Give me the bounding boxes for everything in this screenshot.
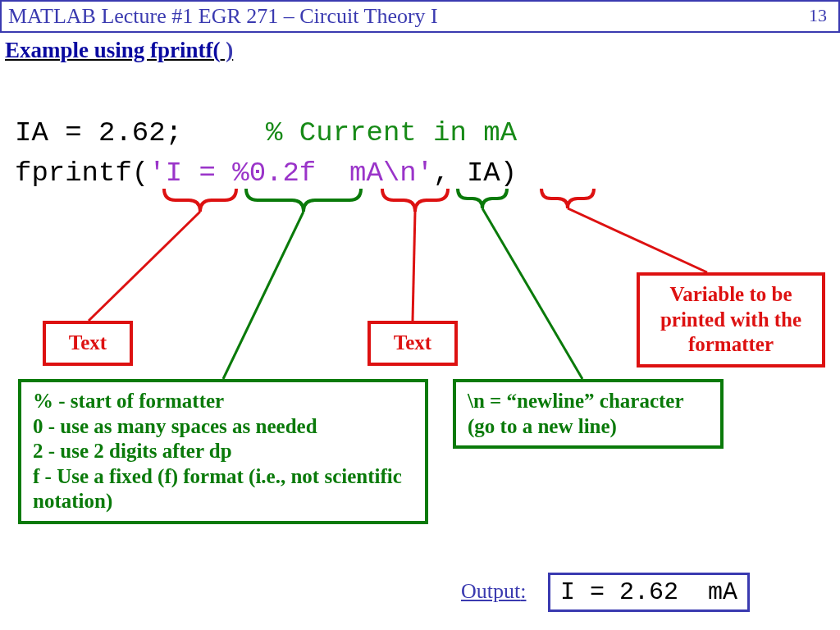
callout-variable: Variable to be printed with the formatte…: [637, 272, 825, 368]
page-number: 13: [809, 5, 827, 26]
callout-formatter-label: % - start of formatter 0 - use as many s…: [33, 390, 402, 512]
svg-line-1: [223, 212, 304, 379]
callout-newline-label: \n = “newline” character (go to a new li…: [468, 390, 683, 437]
title-text: MATLAB Lecture #1 EGR 271 – Circuit Theo…: [8, 4, 438, 29]
output-value: I = 2.62 mA: [560, 578, 737, 606]
code-block: IA = 2.62; % Current in mA fprintf('I = …: [15, 113, 517, 194]
callout-newline: \n = “newline” character (go to a new li…: [453, 379, 724, 449]
callout-text-1-label: Text: [69, 331, 107, 354]
code-l2-string-a: 'I = %0.2f mA: [148, 158, 383, 189]
code-l2-args: , IA): [433, 158, 517, 189]
section-heading: Example using fprintf( ): [5, 38, 840, 63]
code-l2-string-nl: \n: [383, 158, 417, 189]
title-bar: MATLAB Lecture #1 EGR 271 – Circuit Theo…: [0, 0, 840, 33]
callout-text-2: Text: [368, 321, 458, 366]
callout-variable-label: Variable to be printed with the formatte…: [660, 283, 801, 355]
code-l2-func: fprintf(: [15, 158, 148, 189]
output-box: I = 2.62 mA: [548, 573, 750, 612]
output-label: Output:: [461, 579, 526, 604]
svg-line-0: [89, 212, 200, 321]
svg-line-3: [482, 208, 582, 379]
callout-text-1: Text: [43, 321, 133, 366]
code-l1-assign: IA = 2.62;: [15, 117, 266, 148]
callout-formatter: % - start of formatter 0 - use as many s…: [18, 379, 428, 524]
svg-line-2: [413, 212, 415, 321]
code-l2-string-b: ': [417, 158, 433, 189]
svg-line-4: [568, 208, 707, 272]
heading-part-a: Example using fprintf(: [5, 38, 221, 62]
code-l1-comment: % Current in mA: [266, 117, 517, 148]
callout-text-2-label: Text: [394, 331, 431, 354]
heading-part-b: ): [221, 38, 234, 62]
